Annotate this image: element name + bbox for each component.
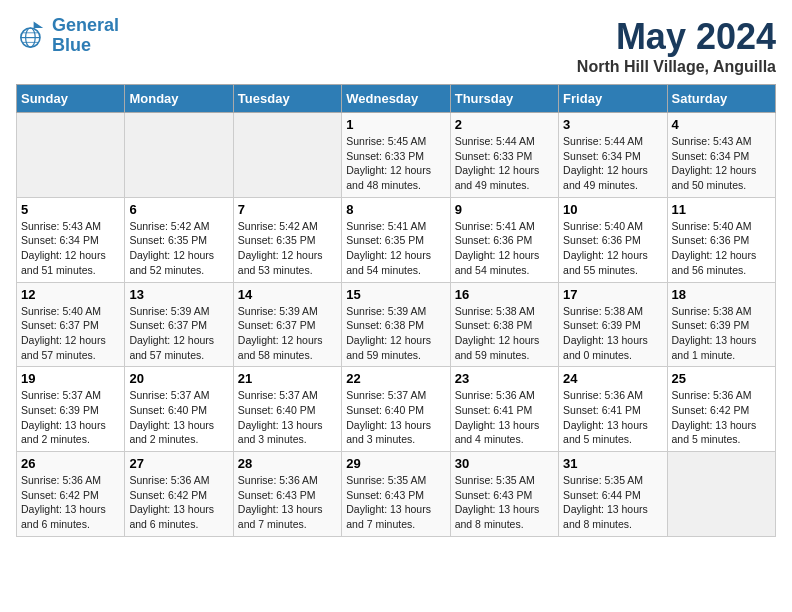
logo-line1: General — [52, 15, 119, 35]
calendar-cell: 10Sunrise: 5:40 AMSunset: 6:36 PMDayligh… — [559, 197, 667, 282]
calendar-cell: 7Sunrise: 5:42 AMSunset: 6:35 PMDaylight… — [233, 197, 341, 282]
day-info: Sunrise: 5:38 AMSunset: 6:38 PMDaylight:… — [455, 304, 554, 363]
calendar-cell: 23Sunrise: 5:36 AMSunset: 6:41 PMDayligh… — [450, 367, 558, 452]
title-block: May 2024 North Hill Village, Anguilla — [577, 16, 776, 76]
day-number: 26 — [21, 456, 120, 471]
day-info: Sunrise: 5:35 AMSunset: 6:44 PMDaylight:… — [563, 473, 662, 532]
day-info: Sunrise: 5:36 AMSunset: 6:43 PMDaylight:… — [238, 473, 337, 532]
calendar-cell: 26Sunrise: 5:36 AMSunset: 6:42 PMDayligh… — [17, 452, 125, 537]
logo: General Blue — [16, 16, 119, 56]
day-info: Sunrise: 5:41 AMSunset: 6:36 PMDaylight:… — [455, 219, 554, 278]
day-number: 9 — [455, 202, 554, 217]
day-info: Sunrise: 5:40 AMSunset: 6:37 PMDaylight:… — [21, 304, 120, 363]
day-header-friday: Friday — [559, 85, 667, 113]
subtitle: North Hill Village, Anguilla — [577, 58, 776, 76]
calendar-cell: 4Sunrise: 5:43 AMSunset: 6:34 PMDaylight… — [667, 113, 775, 198]
day-number: 3 — [563, 117, 662, 132]
day-number: 20 — [129, 371, 228, 386]
week-row-4: 19Sunrise: 5:37 AMSunset: 6:39 PMDayligh… — [17, 367, 776, 452]
calendar-cell: 6Sunrise: 5:42 AMSunset: 6:35 PMDaylight… — [125, 197, 233, 282]
day-number: 11 — [672, 202, 771, 217]
day-number: 4 — [672, 117, 771, 132]
logo-icon — [16, 20, 48, 52]
day-info: Sunrise: 5:44 AMSunset: 6:33 PMDaylight:… — [455, 134, 554, 193]
day-info: Sunrise: 5:41 AMSunset: 6:35 PMDaylight:… — [346, 219, 445, 278]
day-info: Sunrise: 5:35 AMSunset: 6:43 PMDaylight:… — [455, 473, 554, 532]
calendar-cell — [233, 113, 341, 198]
main-title: May 2024 — [577, 16, 776, 58]
day-info: Sunrise: 5:37 AMSunset: 6:40 PMDaylight:… — [238, 388, 337, 447]
calendar-cell: 13Sunrise: 5:39 AMSunset: 6:37 PMDayligh… — [125, 282, 233, 367]
calendar-table: SundayMondayTuesdayWednesdayThursdayFrid… — [16, 84, 776, 537]
calendar-cell: 14Sunrise: 5:39 AMSunset: 6:37 PMDayligh… — [233, 282, 341, 367]
calendar-cell: 28Sunrise: 5:36 AMSunset: 6:43 PMDayligh… — [233, 452, 341, 537]
day-number: 29 — [346, 456, 445, 471]
day-number: 12 — [21, 287, 120, 302]
calendar-cell: 1Sunrise: 5:45 AMSunset: 6:33 PMDaylight… — [342, 113, 450, 198]
calendar-cell: 31Sunrise: 5:35 AMSunset: 6:44 PMDayligh… — [559, 452, 667, 537]
day-header-sunday: Sunday — [17, 85, 125, 113]
day-info: Sunrise: 5:44 AMSunset: 6:34 PMDaylight:… — [563, 134, 662, 193]
week-row-2: 5Sunrise: 5:43 AMSunset: 6:34 PMDaylight… — [17, 197, 776, 282]
day-number: 19 — [21, 371, 120, 386]
day-info: Sunrise: 5:42 AMSunset: 6:35 PMDaylight:… — [129, 219, 228, 278]
calendar-cell: 16Sunrise: 5:38 AMSunset: 6:38 PMDayligh… — [450, 282, 558, 367]
calendar-cell: 11Sunrise: 5:40 AMSunset: 6:36 PMDayligh… — [667, 197, 775, 282]
calendar-cell: 9Sunrise: 5:41 AMSunset: 6:36 PMDaylight… — [450, 197, 558, 282]
day-number: 22 — [346, 371, 445, 386]
calendar-cell: 18Sunrise: 5:38 AMSunset: 6:39 PMDayligh… — [667, 282, 775, 367]
calendar-cell: 21Sunrise: 5:37 AMSunset: 6:40 PMDayligh… — [233, 367, 341, 452]
header-row: SundayMondayTuesdayWednesdayThursdayFrid… — [17, 85, 776, 113]
day-info: Sunrise: 5:45 AMSunset: 6:33 PMDaylight:… — [346, 134, 445, 193]
day-info: Sunrise: 5:39 AMSunset: 6:37 PMDaylight:… — [129, 304, 228, 363]
day-number: 6 — [129, 202, 228, 217]
day-number: 30 — [455, 456, 554, 471]
day-number: 27 — [129, 456, 228, 471]
page-header: General Blue May 2024 North Hill Village… — [16, 16, 776, 76]
day-info: Sunrise: 5:35 AMSunset: 6:43 PMDaylight:… — [346, 473, 445, 532]
day-info: Sunrise: 5:40 AMSunset: 6:36 PMDaylight:… — [672, 219, 771, 278]
calendar-cell: 5Sunrise: 5:43 AMSunset: 6:34 PMDaylight… — [17, 197, 125, 282]
calendar-cell: 22Sunrise: 5:37 AMSunset: 6:40 PMDayligh… — [342, 367, 450, 452]
day-info: Sunrise: 5:37 AMSunset: 6:39 PMDaylight:… — [21, 388, 120, 447]
day-info: Sunrise: 5:36 AMSunset: 6:42 PMDaylight:… — [129, 473, 228, 532]
calendar-cell — [17, 113, 125, 198]
day-number: 17 — [563, 287, 662, 302]
calendar-cell: 20Sunrise: 5:37 AMSunset: 6:40 PMDayligh… — [125, 367, 233, 452]
day-number: 13 — [129, 287, 228, 302]
day-info: Sunrise: 5:37 AMSunset: 6:40 PMDaylight:… — [129, 388, 228, 447]
day-info: Sunrise: 5:37 AMSunset: 6:40 PMDaylight:… — [346, 388, 445, 447]
day-number: 18 — [672, 287, 771, 302]
calendar-cell: 19Sunrise: 5:37 AMSunset: 6:39 PMDayligh… — [17, 367, 125, 452]
day-info: Sunrise: 5:39 AMSunset: 6:37 PMDaylight:… — [238, 304, 337, 363]
svg-marker-6 — [34, 21, 44, 27]
day-number: 2 — [455, 117, 554, 132]
calendar-cell: 8Sunrise: 5:41 AMSunset: 6:35 PMDaylight… — [342, 197, 450, 282]
day-info: Sunrise: 5:40 AMSunset: 6:36 PMDaylight:… — [563, 219, 662, 278]
day-number: 25 — [672, 371, 771, 386]
day-info: Sunrise: 5:38 AMSunset: 6:39 PMDaylight:… — [563, 304, 662, 363]
day-header-tuesday: Tuesday — [233, 85, 341, 113]
day-number: 28 — [238, 456, 337, 471]
day-header-thursday: Thursday — [450, 85, 558, 113]
week-row-1: 1Sunrise: 5:45 AMSunset: 6:33 PMDaylight… — [17, 113, 776, 198]
day-number: 7 — [238, 202, 337, 217]
day-info: Sunrise: 5:36 AMSunset: 6:41 PMDaylight:… — [455, 388, 554, 447]
day-number: 15 — [346, 287, 445, 302]
week-row-3: 12Sunrise: 5:40 AMSunset: 6:37 PMDayligh… — [17, 282, 776, 367]
day-number: 5 — [21, 202, 120, 217]
logo-line2: Blue — [52, 35, 91, 55]
calendar-cell: 24Sunrise: 5:36 AMSunset: 6:41 PMDayligh… — [559, 367, 667, 452]
calendar-cell: 17Sunrise: 5:38 AMSunset: 6:39 PMDayligh… — [559, 282, 667, 367]
calendar-cell: 3Sunrise: 5:44 AMSunset: 6:34 PMDaylight… — [559, 113, 667, 198]
day-number: 21 — [238, 371, 337, 386]
calendar-cell: 2Sunrise: 5:44 AMSunset: 6:33 PMDaylight… — [450, 113, 558, 198]
day-info: Sunrise: 5:39 AMSunset: 6:38 PMDaylight:… — [346, 304, 445, 363]
day-number: 23 — [455, 371, 554, 386]
day-header-saturday: Saturday — [667, 85, 775, 113]
week-row-5: 26Sunrise: 5:36 AMSunset: 6:42 PMDayligh… — [17, 452, 776, 537]
calendar-cell: 25Sunrise: 5:36 AMSunset: 6:42 PMDayligh… — [667, 367, 775, 452]
calendar-cell — [125, 113, 233, 198]
day-info: Sunrise: 5:36 AMSunset: 6:42 PMDaylight:… — [21, 473, 120, 532]
day-number: 1 — [346, 117, 445, 132]
